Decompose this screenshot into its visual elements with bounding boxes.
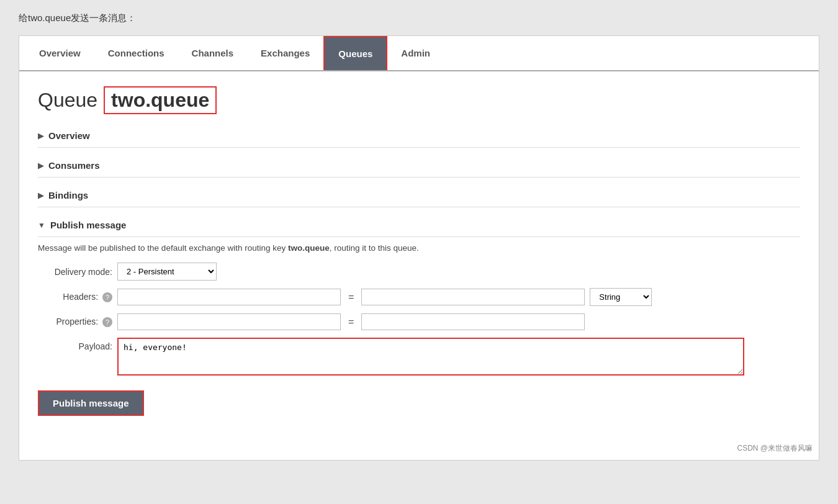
properties-label: Properties: ?	[38, 317, 112, 327]
nav-item-channels[interactable]: Channels	[178, 37, 248, 70]
content-area: Queue two.queue ▶ Overview ▶ Consumers	[19, 71, 819, 431]
section-bindings-header[interactable]: ▶ Bindings	[38, 186, 800, 204]
headers-help-icon[interactable]: ?	[102, 292, 112, 302]
consumers-arrow: ▶	[38, 161, 43, 170]
delivery-mode-label: Delivery mode:	[38, 267, 112, 277]
delivery-mode-row: Delivery mode: 2 - Persistent	[38, 263, 800, 281]
nav-item-exchanges[interactable]: Exchanges	[247, 37, 323, 70]
section-publish-header[interactable]: ▼ Publish message	[38, 216, 800, 234]
overview-arrow: ▶	[38, 132, 43, 140]
section-consumers-header[interactable]: ▶ Consumers	[38, 156, 800, 174]
bindings-label: Bindings	[48, 190, 88, 200]
section-overview: ▶ Overview	[38, 127, 800, 148]
properties-value-input[interactable]	[361, 313, 585, 330]
headers-label: Headers: ?	[38, 292, 112, 302]
section-publish: ▼ Publish message Message will be publis…	[38, 216, 800, 416]
page-title-row: Queue two.queue	[38, 86, 800, 114]
properties-key-input[interactable]	[117, 313, 341, 330]
bindings-arrow: ▶	[38, 191, 43, 200]
consumers-label: Consumers	[48, 160, 100, 171]
nav-bar: Overview Connections Channels Exchanges …	[19, 36, 819, 71]
headers-equals: =	[346, 292, 356, 303]
nav-item-queues[interactable]: Queues	[323, 36, 387, 70]
footer-text: CSDN @来世做春风嘛	[19, 443, 819, 460]
payload-label: Payload:	[38, 338, 112, 351]
properties-help-icon[interactable]: ?	[102, 317, 112, 327]
payload-textarea[interactable]	[117, 338, 744, 376]
nav-item-admin[interactable]: Admin	[387, 37, 444, 70]
page-title-name: two.queue	[104, 86, 217, 114]
headers-row: Headers: ? = String	[38, 288, 800, 306]
publish-section-label: Publish message	[50, 220, 127, 230]
publish-message-button[interactable]: Publish message	[38, 390, 144, 416]
nav-item-connections[interactable]: Connections	[94, 37, 178, 70]
payload-row: Payload:	[38, 338, 800, 376]
nav-item-overview[interactable]: Overview	[25, 37, 94, 70]
section-bindings: ▶ Bindings	[38, 186, 800, 207]
main-panel: Overview Connections Channels Exchanges …	[19, 35, 819, 461]
section-overview-header[interactable]: ▶ Overview	[38, 127, 800, 145]
headers-key-input[interactable]	[117, 289, 341, 305]
overview-label: Overview	[48, 130, 90, 141]
properties-equals: =	[346, 317, 356, 328]
headers-type-select[interactable]: String	[590, 288, 652, 306]
routing-key: two.queue	[288, 243, 330, 253]
headers-value-input[interactable]	[361, 289, 585, 305]
publish-arrow: ▼	[38, 221, 45, 230]
section-consumers: ▶ Consumers	[38, 156, 800, 178]
page-title-prefix: Queue	[38, 89, 97, 112]
properties-row: Properties: ? =	[38, 313, 800, 330]
publish-description: Message will be published to the default…	[38, 243, 800, 253]
top-annotation: 给two.queue发送一条消息：	[19, 12, 819, 24]
delivery-mode-select[interactable]: 2 - Persistent	[117, 263, 217, 281]
